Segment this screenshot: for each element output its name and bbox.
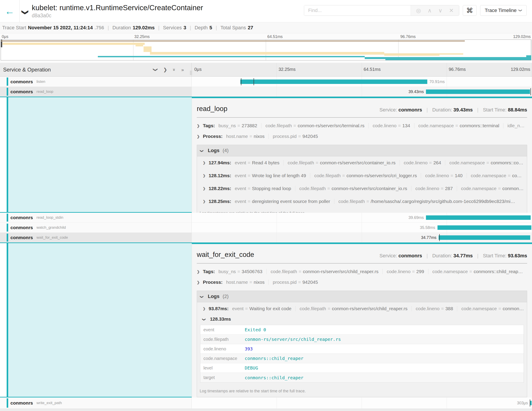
keyboard-shortcuts-button[interactable]: ⌘ [463,5,476,16]
expand-log-icon: ❯ [203,199,206,203]
log-timestamp: 93.87ms: [209,306,229,311]
trace-start-fraction: .756 [95,25,104,31]
log-row[interactable]: ❯ 128.12ms: event=Wrote log line of leng… [197,169,527,182]
services-label: Services [163,25,182,31]
expanded-log-timestamp: 128.33ms [210,316,231,322]
trace-start-label: Trace Start [2,25,26,31]
minimap-span-segment [384,53,439,56]
trace-minimap: 0μs 32.25ms 64.51ms 96.76ms 129.02ms [0,33,532,63]
detail-duration-label: Duration: [432,253,452,258]
timeline-tick: 32.25ms [279,67,296,72]
process-item: process.pid=942045 [268,280,318,285]
log-row[interactable]: ❯ 93.87ms: event=Waiting for exit code c… [197,302,527,315]
service-name: conmonrs [10,79,33,84]
log-timestamp: 128.12ms: [209,173,231,178]
log-timestamp: 128.25ms: [209,199,231,204]
next-result-icon[interactable]: ∨ [438,7,442,14]
span-bar[interactable] [240,79,427,84]
expand-one-icon[interactable]: ❯ [163,67,167,72]
prev-result-icon[interactable]: ∧ [428,7,431,14]
minimap-span-segment [135,45,143,46]
expand-log-icon: ❯ [203,307,206,311]
service-operation-header: Service & Operation ❯ ❯ » » [0,63,192,76]
table-row: event Exited 0 [200,325,523,335]
span-name-cell[interactable]: conmonrs watch_grandchild [0,223,192,233]
log-row[interactable]: ❯ 128.22ms: event=Stopping read loop cod… [197,182,527,195]
service-name: conmonrs [10,225,33,230]
expand-all-icon[interactable]: » [181,67,184,72]
tags-line: ❯ Tags: busy_ns=273882 code.filepath=con… [197,123,527,128]
grid-header: Service & Operation ❯ ❯ » » 0μs 32.25ms … [0,63,532,77]
span-name-cell[interactable]: conmonrs wait_for_exit_code [0,233,192,243]
chevron-down-icon: ❯ [519,9,523,12]
minimap-tick: 96.76ms [400,34,416,39]
collapse-one-icon[interactable]: ❯ [153,68,158,72]
logs-label: Logs [208,148,220,153]
log-row[interactable]: ❯ 128.25ms: event=deregistering event so… [197,195,527,208]
table-row: target conmonrs::child_reaper [200,373,523,382]
detail-indent-column [0,243,192,397]
span-bar[interactable] [437,225,531,230]
span-timeline-cell[interactable]: 34.77ms [192,233,532,243]
minimap-tick: 129.02ms [513,34,531,39]
minimap-span-segment [98,56,364,57]
detail-meta: Service: conmonrs | Duration: 34.77ms | … [379,253,527,259]
span-detail-read-loop: read_loop Service: conmonrs | Duration: … [0,97,532,213]
operation-name: read_loop_stdin [37,215,63,220]
span-bar[interactable] [439,235,530,240]
tag-item: code.namespace=conmonrs::terminal [414,123,499,128]
expand-log-icon: ❯ [203,186,206,191]
expanded-log-header[interactable]: ❯ 128.33ms [197,315,527,324]
span-row-write-exit-path: conmonrs write_exit_path 303μs [0,397,532,409]
chevron-down-icon: ❯ [21,9,29,15]
duration-label: Duration [113,25,131,31]
log-row[interactable]: ❯ 127.94ms: event=Read 4 bytes code.file… [197,156,527,169]
span-timeline-cell[interactable]: 39.43ms [192,87,532,97]
expand-process-icon[interactable]: ❯ [197,280,200,284]
minimap-tick: 64.51ms [267,34,283,39]
detail-indent-column [0,97,192,213]
tags-line: ❯ Tags: busy_ns=34506763 code.filepath=c… [197,269,527,274]
span-bar[interactable] [426,89,530,94]
find-input[interactable] [304,5,411,16]
span-timeline-cell[interactable]: 70.91ms [192,77,532,87]
locate-icon[interactable]: ◎ [416,7,421,14]
depth-value: 5 [209,25,212,31]
minimap-canvas[interactable] [1,39,531,60]
total-spans-label: Total Spans [220,25,246,31]
clear-search-icon[interactable]: ✕ [449,7,454,14]
detail-start-value: 88.84ms [508,107,527,113]
trace-start-value: November 15 2022, 11:24:14 [28,25,93,31]
partial-next-row [0,409,532,411]
timeline-tick: 64.51ms [364,67,381,72]
span-name-cell[interactable]: conmonrs listen [0,77,192,87]
span-timeline-cell[interactable]: 35.58ms [192,223,532,233]
span-duration-label: 39.69ms [408,215,426,220]
logs-header[interactable]: ❯ Logs (4) [197,145,527,156]
span-duration-label: 39.43ms [408,89,426,94]
process-label: Process: [203,134,222,139]
span-bar[interactable] [426,215,531,220]
chevron-down-icon: ❯ [200,295,204,298]
minimap-span-segment [150,52,384,55]
back-button[interactable]: ← [0,0,19,22]
span-detail-panel: wait_for_exit_code Service: conmonrs | D… [192,243,532,397]
command-icon: ⌘ [466,6,473,15]
expand-tags-icon[interactable]: ❯ [197,270,200,274]
span-log-tick [530,400,530,407]
span-name-cell[interactable]: conmonrs read_loop [0,87,192,97]
logs-header[interactable]: ❯ Logs (2) [197,291,527,302]
span-name-cell[interactable]: conmonrs read_loop_stdin [0,213,192,223]
expand-process-icon[interactable]: ❯ [197,134,200,138]
collapse-all-icon[interactable]: » [171,68,177,71]
logs-count: (2) [222,294,228,299]
tag-item: code.filepath=conmon-rs/server/src/child… [266,269,379,274]
view-selector-button[interactable]: Trace Timeline ❯ [480,5,527,16]
span-name-cell[interactable]: conmonrs write_exit_path [0,397,192,409]
span-bar[interactable] [530,401,532,405]
collapse-trace-header-button[interactable]: ❯ [23,9,28,16]
span-timeline-cell[interactable]: 303μs [192,397,532,409]
span-timeline-cell[interactable]: 39.69ms [192,213,532,223]
detail-duration-value: 34.77ms [454,253,473,258]
expand-tags-icon[interactable]: ❯ [197,124,200,128]
